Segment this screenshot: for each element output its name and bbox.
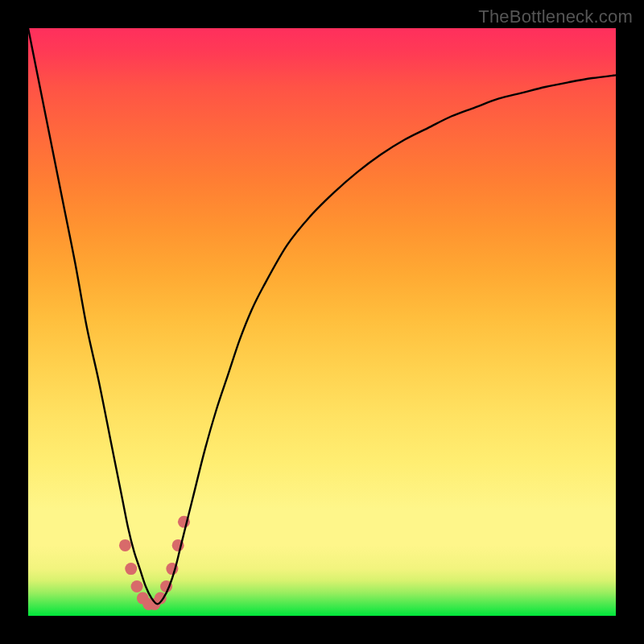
valley-marker xyxy=(131,580,143,592)
curve-svg xyxy=(28,28,616,616)
valley-markers xyxy=(119,516,190,610)
plot-area xyxy=(28,28,616,616)
bottleneck-curve xyxy=(28,28,616,604)
valley-marker xyxy=(125,563,137,575)
watermark-text: TheBottleneck.com xyxy=(478,6,633,27)
chart-frame: TheBottleneck.com xyxy=(0,0,644,644)
valley-marker xyxy=(119,539,131,551)
